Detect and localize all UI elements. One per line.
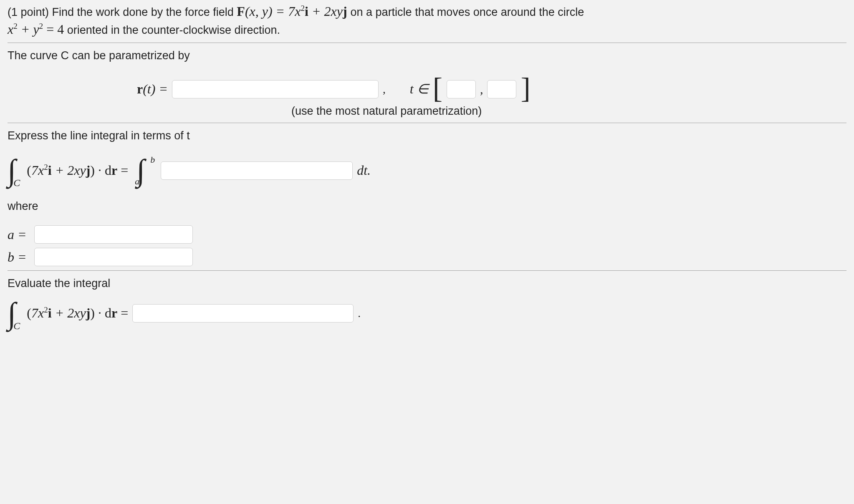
heading-text-1: The curve C can be parametrized by [8,49,190,62]
vector-F: F [237,4,245,19]
question-intro: (1 point) Find the work done by the forc… [8,3,846,38]
integrand-2: (7x2i + 2xyj) · dr = [27,304,128,322]
comma-2: , [480,81,483,98]
line-integral-row: ∫ C (7x2i + 2xyj) · dr = ∫ b a dt. [8,154,846,187]
b-input[interactable] [34,248,193,266]
unit-i-2: i [48,163,52,178]
evaluate-row: ∫ C (7x2i + 2xyj) · dr = . [8,300,846,328]
a-input[interactable] [34,225,193,244]
integral-C-2: ∫ C [8,300,23,328]
dr-r-2: r [111,305,117,320]
close-bracket-icon: ] [520,77,530,100]
unit-j-2: j [86,163,91,178]
t-lower-input[interactable] [447,80,476,98]
integral-C: ∫ C [8,156,23,184]
sup-2-a: 2 [301,4,305,13]
circle-x: x [8,22,13,37]
heading-text-2: Express the line integral in terms of t [8,129,190,142]
result-input[interactable] [132,304,354,323]
integral-sub-C-2: C [13,319,20,333]
integral-sub-C: C [13,176,20,189]
sup-2-b: 2 [13,22,18,31]
f-args: (x, y) = 7x [245,4,301,19]
param-hint: (use the most natural parametrization) [291,103,482,118]
sup-2-d: 2 [44,163,48,171]
circle-eq: = 4 [43,22,64,37]
intro-text-2: on a particle that moves once around the… [351,6,584,18]
plus-2xy-b: + 2xy [52,305,86,320]
unit-i: i [305,4,308,19]
integral-sup-b: b [150,154,155,166]
pc1: ) [90,163,95,178]
line-integral-heading: Express the line integral in terms of t [8,128,846,143]
a-row: a = [8,225,846,244]
dot-dr-2: · d [95,305,111,320]
dt-label: dt. [357,161,371,179]
param-hint-row: (use the most natural parametrization) [8,103,846,118]
where-label: where [8,199,846,214]
po2: ( [27,305,31,320]
comma-1: , [383,82,386,97]
dot-dr: · d [95,163,111,178]
b-label: b = [8,248,30,266]
po1: ( [27,163,31,178]
intro-text-1: Find the work done by the force field [52,6,234,18]
integral-ab: ∫ b a [132,154,149,187]
dr-r: r [111,163,117,178]
a-label: a = [8,226,30,244]
evaluate-heading: Evaluate the integral [8,276,846,291]
final-dot: . [358,306,361,321]
f-plus: + 2xy [308,4,343,19]
unit-j-3: j [86,305,91,320]
open-bracket-icon: [ [433,77,442,100]
orientation-text: oriented in the counter-clockwise direct… [67,24,280,36]
r-label: r [137,81,143,96]
divider [8,123,846,123]
parametrize-heading: The curve C can be parametrized by [8,48,846,63]
t-upper-input[interactable] [487,80,516,98]
parametrize-row: r(t) = , t ∈ [ , ] [8,78,846,101]
plus-2xy: + 2xy [52,163,86,178]
unit-j: j [343,4,347,19]
circle-plus: + y [18,22,39,37]
sup-2-e: 2 [44,306,48,315]
eq2: = [117,305,128,320]
seven-x2: 7x [31,163,44,178]
unit-i-3: i [48,305,52,320]
integral-sub-a: a [135,175,139,188]
integrand-1: (7x2i + 2xyj) · dr = [27,161,128,179]
sup-2-c: 2 [39,22,43,31]
b-row: b = [8,248,846,266]
seven-x2-b: 7x [31,305,44,320]
integrand-input[interactable] [161,161,353,180]
divider [8,270,846,271]
eq1: = [117,163,128,178]
t-in-label: t ∈ [410,80,429,98]
divider [8,43,846,43]
pc2: ) [90,305,95,320]
r-of-t-input[interactable] [172,80,379,98]
heading-text-3: Evaluate the integral [8,277,110,290]
points-label: (1 point) [8,6,49,18]
r-arg: (t) = [143,81,168,96]
